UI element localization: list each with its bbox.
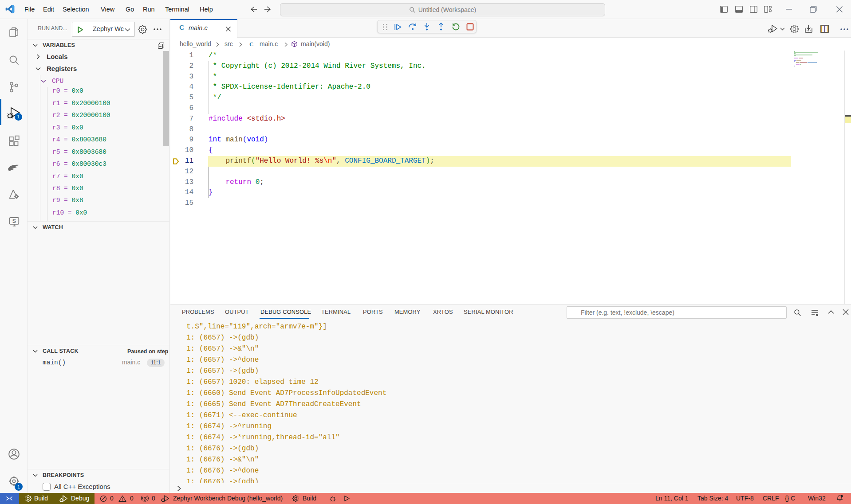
svg-text:S: S [12, 218, 16, 224]
